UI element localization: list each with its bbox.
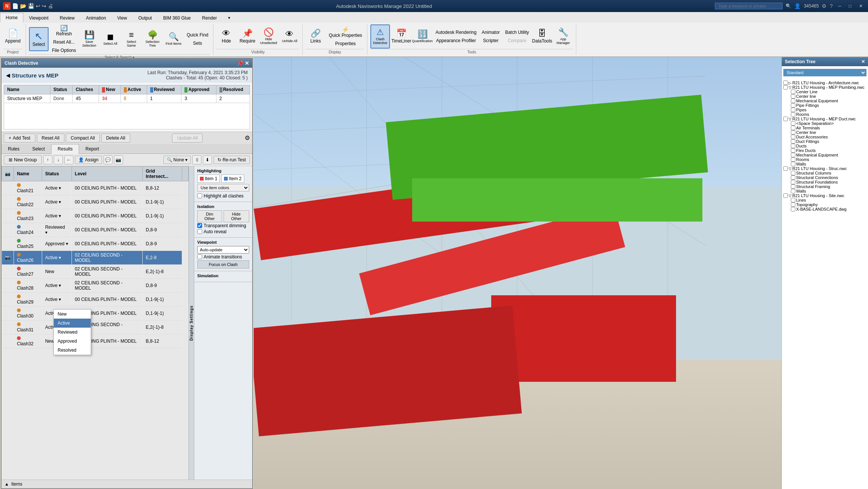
tree-item[interactable]: Structural Framing	[783, 184, 866, 189]
tree-child-checkbox[interactable]	[791, 148, 795, 153]
tree-item[interactable]: Flex Ducts	[783, 148, 866, 153]
tab-review[interactable]: Review	[54, 13, 80, 23]
tree-child-checkbox[interactable]	[791, 108, 795, 112]
tree-expand-icon[interactable]: ▽	[789, 85, 792, 90]
tree-item[interactable]: Mechanical Equipment	[783, 99, 866, 103]
status-dropdown-arrow[interactable]: ▾	[58, 199, 61, 205]
tree-child-checkbox[interactable]	[791, 162, 795, 166]
tree-item[interactable]: Walls	[783, 189, 866, 193]
refresh-button[interactable]: 🔄 Refresh	[50, 24, 78, 38]
tree-expand-icon[interactable]: ▽	[789, 167, 792, 171]
viewport[interactable]	[254, 57, 781, 489]
status-new-option[interactable]: New	[54, 310, 91, 319]
table-row[interactable]: Clash30Active ▾00 CEILING PLINTH - MODEL…	[2, 306, 189, 320]
row-status[interactable]: Active ▾	[42, 278, 72, 292]
append-button[interactable]: 📄 Append	[3, 24, 23, 49]
hide-button[interactable]: 👁 Hide	[216, 24, 236, 49]
table-row[interactable]: 📷Clash26Active ▾02 CEILING SECOND - MODE…	[2, 251, 189, 264]
tree-item[interactable]: Air Terminals	[783, 126, 866, 130]
animate-transitions-checkbox[interactable]	[197, 254, 202, 259]
quantification-button[interactable]: 🔢 Quantification	[413, 24, 432, 49]
row-status[interactable]: New	[42, 264, 72, 278]
tab-viewpoint[interactable]: Viewpoint	[23, 13, 54, 23]
move-down-button[interactable]: ↓	[54, 155, 63, 164]
autodesk-rendering-button[interactable]: Autodesk Rendering	[434, 29, 478, 36]
item2-button[interactable]: Item 2	[221, 175, 244, 183]
tab-select[interactable]: Select	[26, 144, 51, 153]
tree-item[interactable]: Mechanical Equipment	[783, 153, 866, 157]
col-name[interactable]: Name	[14, 166, 42, 181]
status-dropdown-arrow[interactable]: ▾	[58, 185, 61, 191]
tree-item[interactable]: Rooms	[783, 157, 866, 162]
tree-child-checkbox[interactable]	[791, 157, 795, 162]
rerun-test-button[interactable]: ↻ Re-run Test	[213, 156, 250, 164]
close-clash-panel-icon[interactable]: ✕	[245, 60, 249, 66]
status-dropdown-arrow[interactable]: ▾	[58, 213, 61, 219]
tree-child-checkbox[interactable]	[791, 207, 795, 211]
maximize-btn[interactable]: □	[847, 3, 854, 9]
tree-checkbox[interactable]	[783, 166, 788, 171]
tree-expand-icon[interactable]: ▷	[789, 81, 792, 85]
undo-icon[interactable]: ↩	[36, 3, 40, 9]
delete-all-button[interactable]: Delete All	[101, 134, 130, 143]
table-row[interactable]: Clash28Active ▾02 CEILING SECOND - MODEL…	[2, 278, 189, 292]
file-options-button[interactable]: File Options	[50, 47, 78, 54]
search-input[interactable]	[715, 3, 783, 9]
tree-item[interactable]: Walls	[783, 162, 866, 166]
tree-child-checkbox[interactable]	[791, 135, 795, 139]
app-manager-button[interactable]: 🔧 App Manager	[553, 24, 573, 49]
tree-item[interactable]: Center Line	[783, 90, 866, 94]
tab-output[interactable]: Output	[132, 13, 157, 23]
tree-item[interactable]: Pipes	[783, 108, 866, 112]
new-group-button[interactable]: ⊞ New Group	[4, 155, 42, 164]
tree-child-checkbox[interactable]	[791, 103, 795, 108]
select-same-button[interactable]: ≡ Select Same	[122, 27, 141, 51]
settings-gear-icon[interactable]: ⚙	[245, 134, 250, 141]
tree-expand-icon[interactable]: ▽	[789, 117, 792, 121]
status-reviewed-option[interactable]: Reviewed	[54, 328, 91, 337]
compact-all-button[interactable]: Compact All	[66, 134, 100, 143]
tree-item[interactable]: X-BASE-LANDSCAPE.dwg	[783, 207, 866, 211]
tree-child-checkbox[interactable]	[791, 130, 795, 135]
comment-button[interactable]: 💬	[104, 155, 113, 164]
status-resolved-option[interactable]: Resolved	[54, 346, 91, 355]
minimize-btn[interactable]: ─	[836, 3, 844, 9]
table-row[interactable]: Clash22Active ▾00 CEILING PLINTH - MODEL…	[2, 195, 189, 209]
display-settings-tab[interactable]: Display Settings	[189, 305, 193, 341]
tree-checkbox[interactable]	[783, 85, 788, 90]
tree-child-checkbox[interactable]	[791, 90, 795, 94]
status-dropdown-arrow[interactable]: ▾	[64, 241, 68, 246]
add-test-button[interactable]: + Add Test	[4, 134, 35, 143]
back-arrow-icon[interactable]: ◀	[6, 72, 10, 78]
tab-extra[interactable]: ▾	[222, 13, 236, 23]
new-file-icon[interactable]: 📄	[12, 3, 18, 9]
tree-item[interactable]: Structural Columns	[783, 171, 866, 175]
tree-item[interactable]: ▽R21 LTU Housing - MEP Plumbing.nwcCente…	[783, 85, 866, 117]
tree-child-checkbox[interactable]	[791, 112, 795, 117]
tree-child-checkbox[interactable]	[791, 180, 795, 184]
tree-item[interactable]: ▽R21 LTU Housing - MEP Duct.nwc<Space Se…	[783, 117, 866, 166]
quick-properties-button[interactable]: ⚡ Quick Properties	[327, 26, 364, 39]
row-status[interactable]: Active ▾	[42, 209, 72, 223]
pin-icon[interactable]: 📌	[237, 60, 243, 66]
tree-child-checkbox[interactable]	[791, 144, 795, 148]
status-approved-option[interactable]: Approved	[54, 337, 91, 346]
search-icon[interactable]: 🔍	[786, 3, 791, 9]
tree-item[interactable]: Pipe Fittings	[783, 103, 866, 108]
tree-child-checkbox[interactable]	[791, 121, 795, 126]
reset-all-button[interactable]: Reset All...	[50, 38, 78, 46]
tab-home[interactable]: Home	[0, 13, 23, 23]
tree-item[interactable]: Center line	[783, 94, 866, 99]
row-status[interactable]: Reviewed ▾	[42, 223, 72, 237]
table-row[interactable]: Clash21Active ▾00 CEILING PLINTH - MODEL…	[2, 181, 189, 195]
status-dropdown-arrow[interactable]: ▾	[58, 297, 61, 302]
find-items-button[interactable]: 🔍 Find Items	[164, 27, 183, 51]
tree-item[interactable]: <Space Separation>	[783, 121, 866, 126]
highlight-all-checkbox[interactable]	[197, 193, 202, 198]
timeliner-button[interactable]: 📅 TimeLiner	[391, 24, 411, 49]
tree-child-checkbox[interactable]	[791, 94, 795, 99]
save-selection-button[interactable]: 💾 Save Selection	[79, 27, 99, 51]
tree-item[interactable]: Lines	[783, 198, 866, 202]
status-dropdown-arrow[interactable]: ▾	[58, 283, 61, 288]
tree-child-checkbox[interactable]	[791, 139, 795, 144]
